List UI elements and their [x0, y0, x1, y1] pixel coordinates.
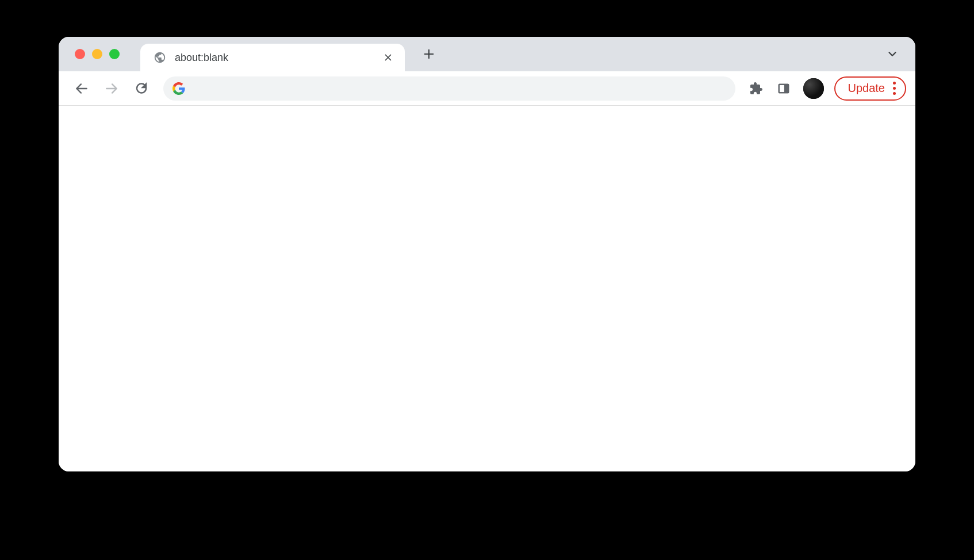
profile-avatar[interactable] — [803, 78, 824, 99]
svg-rect-2 — [784, 84, 788, 93]
globe-icon — [153, 51, 167, 64]
close-tab-button[interactable] — [382, 51, 394, 64]
page-content — [59, 106, 915, 471]
google-icon — [172, 82, 185, 95]
toolbar: Update — [59, 71, 915, 106]
update-button[interactable]: Update — [834, 76, 907, 101]
maximize-window-button[interactable] — [109, 49, 120, 59]
tab-title: about:blank — [175, 52, 374, 64]
minimize-window-button[interactable] — [92, 49, 102, 59]
browser-window: about:blank — [59, 37, 915, 471]
browser-tab[interactable]: about:blank — [140, 44, 405, 71]
update-label: Update — [848, 82, 885, 95]
forward-button[interactable] — [99, 76, 124, 101]
reload-button[interactable] — [129, 76, 154, 101]
window-controls — [64, 49, 126, 59]
extensions-button[interactable] — [745, 77, 768, 100]
tab-bar: about:blank — [59, 37, 915, 71]
tab-list-dropdown[interactable] — [882, 44, 903, 64]
back-button[interactable] — [69, 76, 94, 101]
address-bar[interactable] — [163, 76, 735, 101]
menu-icon — [893, 82, 896, 95]
address-input[interactable] — [193, 82, 726, 94]
side-panel-button[interactable] — [772, 77, 795, 100]
close-window-button[interactable] — [75, 49, 85, 59]
new-tab-button[interactable] — [417, 43, 440, 66]
